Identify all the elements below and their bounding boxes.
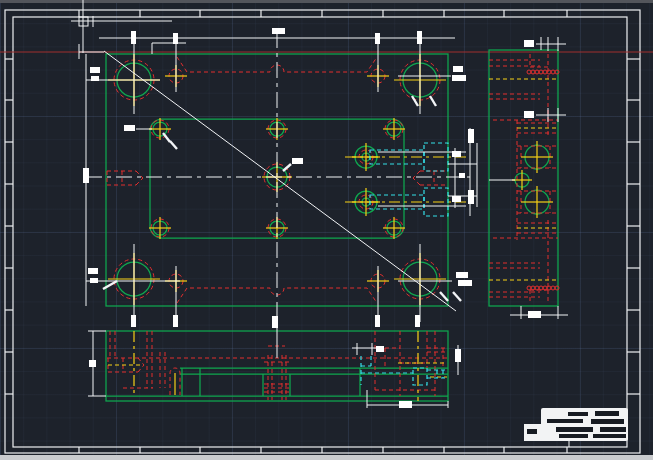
layer-centerlines-yellow [108, 54, 558, 401]
dimension-text [376, 346, 384, 352]
title-block-text-bar [559, 434, 588, 438]
sheet-border [5, 10, 640, 453]
dimension-text [131, 31, 136, 44]
dimension-text [452, 75, 466, 81]
dimension-text [468, 190, 474, 204]
dimension-text [173, 33, 178, 44]
cad-drawing[interactable] [0, 0, 653, 460]
title-block-text-bar [591, 419, 624, 424]
drawing-layers [71, 0, 569, 447]
dimension-text [415, 315, 420, 327]
title-block-text-bar [547, 419, 583, 423]
dimension-text [90, 278, 98, 283]
dimension-text [292, 158, 303, 164]
dimension-text [83, 168, 89, 183]
dimension-text [124, 125, 135, 131]
dimension-text [453, 66, 463, 72]
window-bottom-edge [0, 455, 653, 460]
title-block-text-bar [556, 427, 593, 432]
dimension-text [272, 316, 278, 328]
dimension-text [91, 76, 99, 81]
dimension-text [88, 268, 98, 274]
dimension-text [459, 173, 465, 178]
cad-viewport[interactable] [0, 0, 653, 460]
dimension-text [375, 33, 380, 44]
dimension-text [89, 360, 96, 367]
dimension-text [458, 280, 472, 286]
dimension-text [173, 315, 178, 327]
title-block-text-bar [595, 411, 619, 416]
dimension-text [528, 311, 541, 318]
title-block-text-bar [593, 434, 626, 438]
dimension-text [468, 129, 474, 143]
title-block-logo-glyph [527, 429, 537, 434]
dimension-text [90, 67, 100, 73]
dimension-text [272, 28, 285, 34]
title-block-text-bar [568, 412, 588, 416]
layer-hidden-lines-red [107, 54, 559, 400]
dimension-text [399, 401, 412, 408]
dimension-text [452, 151, 461, 157]
dimension-text [131, 315, 136, 327]
dimension-text [524, 111, 534, 118]
dimension-text [456, 272, 468, 278]
title-block [524, 408, 628, 441]
dimension-text [455, 349, 461, 362]
title-block-text-bar [600, 427, 626, 432]
dimension-text [524, 40, 534, 47]
dimension-text-blocks [83, 28, 541, 408]
dimension-text [417, 31, 422, 44]
dimension-text [375, 315, 380, 327]
dimension-text [452, 196, 461, 202]
